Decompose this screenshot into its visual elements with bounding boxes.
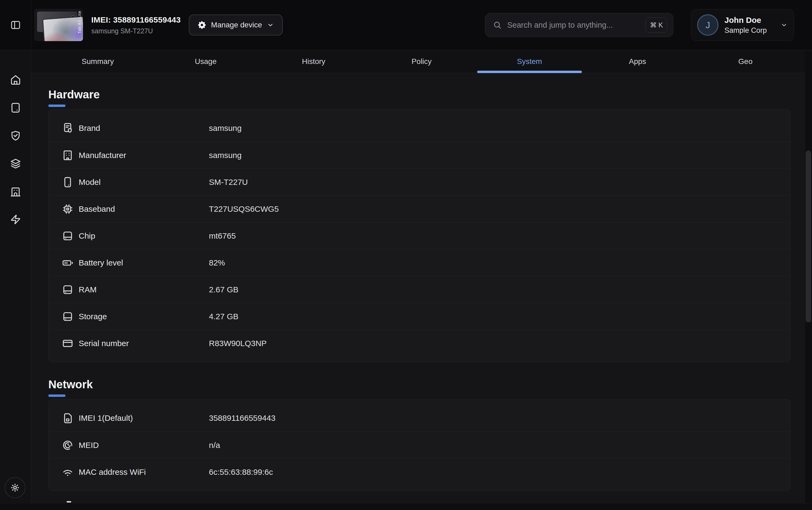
- tablet-icon: [9, 102, 22, 114]
- smartphone-icon: [61, 176, 74, 188]
- tab-summary[interactable]: Summary: [44, 50, 152, 73]
- search-shortcut-badge: ⌘ K: [645, 18, 667, 32]
- main-area: Tab A7 Lite IMEI: 358891166559443 samsun…: [31, 0, 812, 510]
- row-value: 358891166559443: [209, 414, 275, 423]
- sidebar: [0, 0, 31, 510]
- sun-icon: [10, 483, 20, 492]
- row-label: MAC address WiFi: [79, 468, 146, 477]
- credit-card-icon: [61, 337, 74, 349]
- table-row: RAM 2.67 GB: [49, 276, 790, 303]
- table-row: IMEI 1(Default) 358891166559443: [49, 405, 790, 431]
- table-row: Manufacturer samsung: [49, 142, 790, 168]
- panel-left-icon: [10, 19, 21, 31]
- search-icon: [493, 21, 502, 30]
- network-section: Network IMEI 1(Default) 358891166559443 …: [48, 378, 790, 491]
- manage-device-button[interactable]: Manage device: [189, 15, 283, 35]
- row-label: Baseband: [79, 204, 115, 214]
- chevron-down-icon: [267, 21, 274, 29]
- device-tabs: Summary Usage History Policy System Apps…: [31, 50, 812, 73]
- battery-icon: [61, 257, 74, 269]
- user-org: Sample Corp: [724, 26, 767, 35]
- section-title: Network: [48, 378, 790, 391]
- home-icon: [9, 74, 22, 86]
- tab-usage[interactable]: Usage: [152, 50, 260, 73]
- tab-system[interactable]: System: [476, 50, 583, 73]
- device-photo-label: Tab A7 Lite: [77, 11, 82, 34]
- row-label: Storage: [79, 312, 107, 321]
- hard-drive-icon: [61, 310, 74, 323]
- sidebar-header: [0, 0, 31, 50]
- tab-geo[interactable]: Geo: [691, 50, 800, 73]
- search-input[interactable]: [507, 21, 640, 30]
- sidebar-toggle-button[interactable]: [0, 19, 31, 31]
- table-row: MAC address WiFi 6c:55:63:88:99:6c: [49, 458, 790, 485]
- row-label: Brand: [79, 123, 100, 133]
- sidebar-nav: [0, 50, 31, 233]
- sidebar-item-devices[interactable]: [0, 94, 31, 122]
- table-row: Baseband T227USQS6CWG5: [49, 195, 790, 222]
- row-label: MEID: [79, 441, 99, 450]
- row-value: 82%: [209, 258, 225, 267]
- hardware-section: Hardware Brand samsung Manufacturer sams…: [48, 88, 790, 362]
- sidebar-item-policies[interactable]: [0, 150, 31, 178]
- building-icon: [61, 149, 74, 162]
- user-name: John Doe: [724, 16, 767, 25]
- device-imei-title: IMEI: 358891166559443: [91, 15, 181, 24]
- sidebar-item-organization[interactable]: [0, 178, 31, 205]
- row-value: n/a: [209, 441, 220, 450]
- row-value: R83W90LQ3NP: [209, 339, 267, 348]
- top-bar: Tab A7 Lite IMEI: 358891166559443 samsun…: [31, 0, 812, 50]
- scrollbar-thumb[interactable]: [806, 150, 811, 322]
- table-row: MEID n/a: [49, 431, 790, 458]
- hardware-card: Brand samsung Manufacturer samsung Model…: [48, 109, 790, 362]
- global-search: ⌘ K: [485, 13, 673, 37]
- device-model-subtitle: samsung SM-T227U: [91, 27, 181, 35]
- section-title-accent: [48, 394, 65, 397]
- manage-device-label: Manage device: [211, 21, 262, 29]
- device-info: IMEI: 358891166559443 samsung SM-T227U: [91, 15, 181, 35]
- section-title: Hardware: [48, 88, 790, 101]
- zap-icon: [9, 214, 22, 226]
- fingerprint-icon: [61, 439, 74, 451]
- tab-policy[interactable]: Policy: [368, 50, 476, 73]
- row-value: SM-T227U: [209, 178, 248, 187]
- row-label: RAM: [79, 285, 97, 294]
- sidebar-spacer: [0, 233, 31, 477]
- network-card: IMEI 1(Default) 358891166559443 MEID n/a…: [48, 399, 790, 491]
- row-value: mt6765: [209, 231, 236, 240]
- table-row: Storage 4.27 GB: [49, 303, 790, 330]
- sim-card-icon: [61, 412, 74, 424]
- tab-apps[interactable]: Apps: [583, 50, 691, 73]
- device-thumbnail: Tab A7 Lite: [34, 9, 83, 41]
- layers-icon: [9, 158, 22, 170]
- row-label: Serial number: [79, 339, 129, 348]
- row-label: Chip: [79, 231, 95, 240]
- row-value: samsung: [209, 123, 242, 133]
- table-row: Serial number R83W90LQ3NP: [49, 330, 790, 357]
- hard-drive-icon: [61, 230, 74, 242]
- system-tab-content: Hardware Brand samsung Manufacturer sams…: [31, 73, 812, 510]
- table-row: Chip mt6765: [49, 222, 790, 249]
- cpu-icon: [61, 203, 74, 215]
- hard-drive-icon: [61, 283, 74, 296]
- row-label: Battery level: [79, 258, 123, 267]
- file-badge-icon: [61, 122, 74, 134]
- sidebar-item-home[interactable]: [0, 66, 31, 94]
- chevron-down-icon: [780, 21, 788, 29]
- row-label: Model: [79, 178, 101, 187]
- sidebar-item-actions[interactable]: [0, 205, 31, 233]
- row-value: 2.67 GB: [209, 285, 238, 294]
- sidebar-item-security[interactable]: [0, 122, 31, 150]
- wifi-icon: [61, 466, 74, 478]
- tab-history[interactable]: History: [260, 50, 368, 73]
- table-row: Brand samsung: [49, 115, 790, 142]
- table-row: Model SM-T227U: [49, 168, 790, 195]
- user-menu[interactable]: J John Doe Sample Corp: [691, 9, 794, 41]
- section-title-accent: [48, 105, 65, 107]
- row-label: Manufacturer: [79, 151, 126, 160]
- next-section-peek: [67, 501, 71, 503]
- table-row: Battery level 82%: [49, 249, 790, 276]
- user-info: John Doe Sample Corp: [724, 16, 767, 35]
- row-value: T227USQS6CWG5: [209, 204, 279, 214]
- theme-toggle-button[interactable]: [5, 477, 26, 498]
